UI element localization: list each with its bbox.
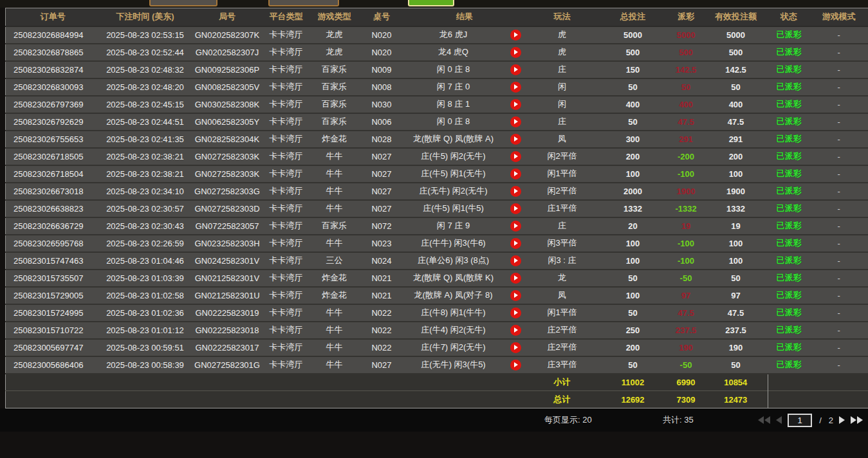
prev-page-icon[interactable]	[776, 416, 782, 424]
replay-button[interactable]	[510, 134, 521, 145]
order-id: 250823026830093	[6, 78, 100, 96]
play-method: 闲	[527, 96, 598, 113]
valid-bet: 400	[704, 96, 768, 113]
replay-button[interactable]	[510, 99, 521, 110]
platform-type: 卡卡湾厅	[264, 356, 308, 374]
replay-button[interactable]	[510, 47, 521, 58]
replay-button[interactable]	[510, 325, 521, 336]
replay-button[interactable]	[510, 255, 521, 266]
toolbar-button-confirm[interactable]	[408, 0, 454, 6]
replay-button[interactable]	[510, 342, 521, 353]
replay-button[interactable]	[510, 290, 521, 301]
game-type: 牛牛	[308, 235, 361, 252]
grand-total-total-bet: 12692	[598, 391, 669, 408]
table-row: 250823026878865 2025-08-23 02:52:44 GN02…	[6, 44, 868, 61]
replay-button[interactable]	[510, 360, 521, 371]
valid-bet: 50	[704, 78, 768, 96]
result-text: 庄(牛牛) 闲3(牛6)	[403, 235, 504, 252]
round-id: GN0092582306P	[190, 61, 264, 78]
next-page-icon[interactable]	[839, 416, 845, 424]
round-id: GN0302582308K	[190, 96, 264, 113]
valid-bet: 1900	[704, 183, 768, 200]
platform-type: 卡卡湾厅	[264, 131, 308, 148]
table-row: 250823026718505 2025-08-23 02:38:21 GN02…	[6, 148, 868, 165]
table-row: 250823026755653 2025-08-23 02:41:35 GN02…	[6, 131, 868, 148]
subtotal-valid-bet: 10854	[704, 374, 768, 391]
play-icon	[514, 258, 518, 263]
game-type: 炸金花	[308, 131, 361, 148]
order-id: 250823026878865	[6, 44, 100, 61]
platform-type: 卡卡湾厅	[264, 322, 308, 339]
round-id: GN0272582303K	[190, 148, 264, 165]
table-row: 250823026884994 2025-08-23 02:53:15 GN02…	[6, 26, 868, 44]
valid-bet: 142.5	[704, 61, 768, 78]
game-mode: -	[810, 131, 868, 148]
payout: 47.5	[669, 304, 704, 322]
play-method: 凤	[527, 287, 598, 304]
game-mode: -	[810, 26, 868, 44]
table-no: N030	[361, 96, 403, 113]
play-icon	[514, 345, 518, 350]
result-text: 庄(牛5) 闲1(牛5)	[403, 200, 504, 217]
top-toolbar	[0, 0, 868, 8]
first-page-icon[interactable]	[758, 416, 770, 424]
total-count-label: 共计:	[663, 415, 682, 425]
game-type: 牛牛	[308, 200, 361, 217]
replay-button[interactable]	[510, 221, 521, 232]
replay-cell	[504, 113, 527, 131]
column-header-play_method: 玩法	[527, 8, 598, 26]
valid-bet: 50	[704, 270, 768, 287]
order-id: 250823026755653	[6, 131, 100, 148]
play-method: 龙	[527, 270, 598, 287]
replay-button[interactable]	[510, 30, 521, 41]
play-method: 闲3平倍	[527, 235, 598, 252]
valid-bet: 100	[704, 252, 768, 270]
total-bet: 2000	[598, 183, 669, 200]
game-mode: -	[810, 78, 868, 96]
replay-button[interactable]	[510, 238, 521, 249]
replay-cell	[504, 235, 527, 252]
replay-button[interactable]	[510, 203, 521, 214]
play-icon	[514, 32, 518, 37]
round-id: GN0212582301U	[190, 287, 264, 304]
round-id: GN0272582303D	[190, 200, 264, 217]
table-no: N020	[361, 44, 403, 61]
replay-button[interactable]	[510, 64, 521, 75]
valid-bet: 1332	[704, 200, 768, 217]
replay-button[interactable]	[510, 169, 521, 179]
toolbar-button-1[interactable]	[149, 0, 217, 6]
table-row: 250823026792629 2025-08-23 02:44:51 GN00…	[6, 113, 868, 131]
bet-time: 2025-08-23 02:48:32	[100, 61, 190, 78]
replay-button[interactable]	[510, 82, 521, 93]
table-no: N021	[361, 287, 403, 304]
page-input[interactable]: 1	[788, 414, 812, 427]
toolbar-button-2[interactable]	[268, 0, 339, 6]
round-id: GN0202582307K	[190, 26, 264, 44]
replay-button[interactable]	[510, 307, 521, 318]
order-id: 250823026718504	[6, 165, 100, 183]
game-mode: -	[810, 96, 868, 113]
replay-button[interactable]	[510, 151, 521, 162]
status-badge: 已派彩	[768, 113, 810, 131]
platform-type: 卡卡湾厅	[264, 96, 308, 113]
table-row: 250823026636729 2025-08-23 02:30:43 GN07…	[6, 217, 868, 235]
result-text: 闲 7 庄 9	[403, 217, 504, 235]
replay-button[interactable]	[510, 116, 521, 127]
replay-cell	[504, 26, 527, 44]
valid-bet: 19	[704, 217, 768, 235]
subtotal-payout: 6990	[669, 374, 704, 391]
last-page-icon[interactable]	[851, 416, 863, 424]
page-count: 2	[829, 416, 833, 425]
round-id: GN0232582303H	[190, 235, 264, 252]
result-text: 庄(牛5) 闲1(无牛)	[403, 165, 504, 183]
play-method: 庄	[527, 113, 598, 131]
replay-button[interactable]	[510, 273, 521, 284]
table-no: N009	[361, 61, 403, 78]
table-no: N027	[361, 200, 403, 217]
play-method: 闲2平倍	[527, 148, 598, 165]
payout: -1332	[669, 200, 704, 217]
bet-time: 2025-08-23 02:30:57	[100, 200, 190, 217]
round-id: GN0062582305Y	[190, 113, 264, 131]
replay-button[interactable]	[510, 186, 521, 197]
game-mode: -	[810, 113, 868, 131]
